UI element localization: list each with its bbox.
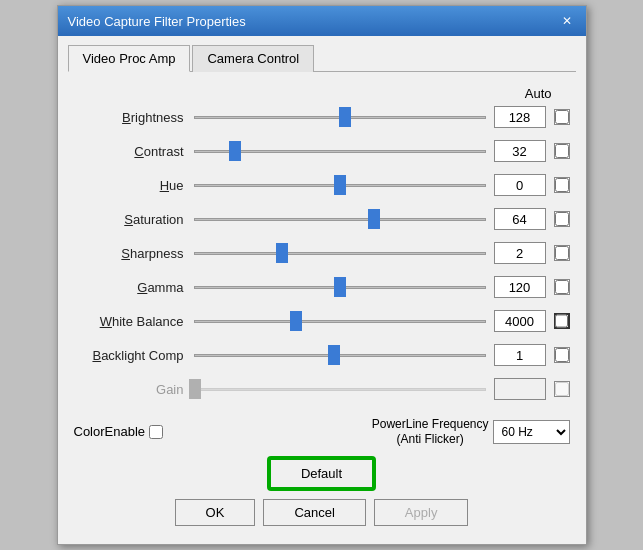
bottom-row: ColorEnable PowerLine Frequency (Anti Fl…: [68, 413, 576, 450]
window-title: Video Capture Filter Properties: [68, 14, 246, 29]
label-brightness: Brightness: [74, 110, 194, 125]
row-hue: Hue 0: [74, 171, 570, 199]
row-brightness: Brightness 128: [74, 103, 570, 131]
window-content: Video Proc Amp Camera Control Auto Brigh…: [58, 36, 586, 544]
label-saturation: Saturation: [74, 212, 194, 227]
powerline-area: PowerLine Frequency (Anti Flicker) 60 Hz…: [372, 417, 570, 446]
slider-gamma-thumb[interactable]: [334, 277, 346, 297]
ok-cancel-area: OK Cancel Apply: [68, 493, 576, 536]
close-button[interactable]: ✕: [558, 12, 576, 30]
row-saturation: Saturation 64: [74, 205, 570, 233]
slider-backlight-comp-track[interactable]: [194, 345, 486, 365]
apply-button[interactable]: Apply: [374, 499, 469, 526]
controls-area: Auto Brightness 128 Contrast: [68, 82, 576, 413]
auto-check-backlight-comp[interactable]: [555, 348, 569, 362]
auto-header: Auto: [74, 86, 570, 101]
tab-video-proc-amp[interactable]: Video Proc Amp: [68, 45, 191, 72]
slider-contrast-track[interactable]: [194, 141, 486, 161]
slider-saturation-track[interactable]: [194, 209, 486, 229]
value-sharpness[interactable]: 2: [494, 242, 546, 264]
auto-checkbox-sharpness[interactable]: [554, 245, 570, 261]
slider-sharpness-track[interactable]: [194, 243, 486, 263]
auto-check-brightness[interactable]: [555, 110, 569, 124]
auto-checkbox-gamma[interactable]: [554, 279, 570, 295]
color-enable-label: ColorEnable: [74, 424, 146, 439]
slider-hue-track[interactable]: [194, 175, 486, 195]
tab-camera-control[interactable]: Camera Control: [192, 45, 314, 72]
value-hue[interactable]: 0: [494, 174, 546, 196]
auto-checkbox-backlight-comp[interactable]: [554, 347, 570, 363]
row-sharpness: Sharpness 2: [74, 239, 570, 267]
auto-check-saturation[interactable]: [555, 212, 569, 226]
slider-white-balance-track[interactable]: [194, 311, 486, 331]
label-gain: Gain: [74, 382, 194, 397]
tab-bar: Video Proc Amp Camera Control: [68, 44, 576, 72]
value-contrast[interactable]: 32: [494, 140, 546, 162]
auto-check-white-balance[interactable]: [555, 314, 568, 328]
value-gain: [494, 378, 546, 400]
auto-checkbox-saturation[interactable]: [554, 211, 570, 227]
auto-checkbox-white-balance[interactable]: [554, 313, 570, 329]
auto-checkbox-brightness[interactable]: [554, 109, 570, 125]
slider-backlight-comp-thumb[interactable]: [328, 345, 340, 365]
title-bar-controls: ✕: [558, 12, 576, 30]
value-backlight-comp[interactable]: 1: [494, 344, 546, 366]
cancel-button[interactable]: Cancel: [263, 499, 365, 526]
main-window: Video Capture Filter Properties ✕ Video …: [57, 5, 587, 545]
slider-saturation-thumb[interactable]: [368, 209, 380, 229]
label-white-balance: White Balance: [74, 314, 194, 329]
label-contrast: Contrast: [74, 144, 194, 159]
value-white-balance[interactable]: 4000: [494, 310, 546, 332]
auto-checkbox-hue[interactable]: [554, 177, 570, 193]
slider-sharpness-thumb[interactable]: [276, 243, 288, 263]
slider-brightness-thumb[interactable]: [339, 107, 351, 127]
row-gamma: Gamma 120: [74, 273, 570, 301]
row-white-balance: White Balance 4000: [74, 307, 570, 335]
auto-check-hue[interactable]: [555, 178, 569, 192]
slider-white-balance-thumb[interactable]: [290, 311, 302, 331]
slider-gain-track: [194, 379, 486, 399]
powerline-select[interactable]: 60 Hz 50 Hz Disabled: [493, 420, 570, 444]
row-backlight-comp: Backlight Comp 1: [74, 341, 570, 369]
value-gamma[interactable]: 120: [494, 276, 546, 298]
default-button-area: Default: [68, 450, 576, 493]
label-gamma: Gamma: [74, 280, 194, 295]
title-bar: Video Capture Filter Properties ✕: [58, 6, 586, 36]
slider-gamma-track[interactable]: [194, 277, 486, 297]
label-hue: Hue: [74, 178, 194, 193]
row-gain: Gain: [74, 375, 570, 403]
slider-contrast-thumb[interactable]: [229, 141, 241, 161]
auto-checkbox-contrast[interactable]: [554, 143, 570, 159]
slider-hue-thumb[interactable]: [334, 175, 346, 195]
auto-check-gamma[interactable]: [555, 280, 569, 294]
label-backlight-comp: Backlight Comp: [74, 348, 194, 363]
ok-button[interactable]: OK: [175, 499, 256, 526]
default-button[interactable]: Default: [269, 458, 374, 489]
label-sharpness: Sharpness: [74, 246, 194, 261]
value-saturation[interactable]: 64: [494, 208, 546, 230]
color-enable-area: ColorEnable: [74, 424, 164, 439]
value-brightness[interactable]: 128: [494, 106, 546, 128]
auto-checkbox-gain: [554, 381, 570, 397]
powerline-label: PowerLine Frequency (Anti Flicker): [372, 417, 489, 446]
auto-check-sharpness[interactable]: [555, 246, 569, 260]
row-contrast: Contrast 32: [74, 137, 570, 165]
color-enable-checkbox[interactable]: [149, 425, 163, 439]
auto-check-gain: [555, 382, 569, 396]
title-bar-title: Video Capture Filter Properties: [68, 14, 246, 29]
slider-brightness-track[interactable]: [194, 107, 486, 127]
auto-check-contrast[interactable]: [555, 144, 569, 158]
slider-gain-thumb: [189, 379, 201, 399]
